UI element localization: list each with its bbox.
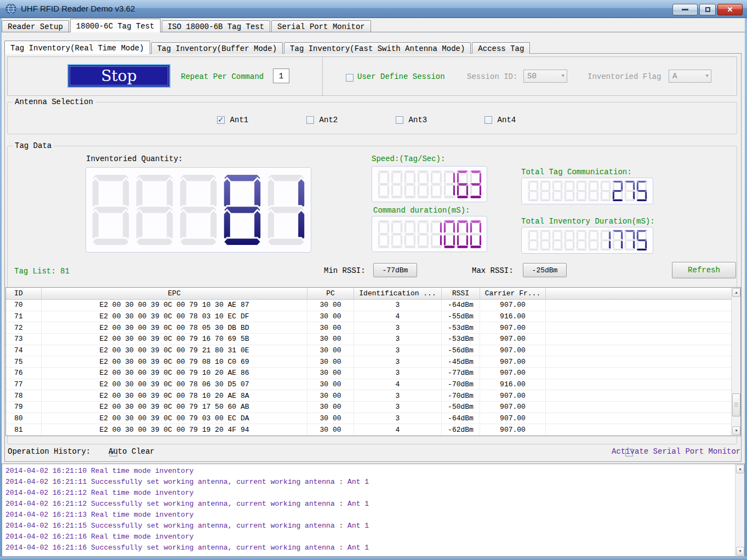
column-header[interactable]: Identification ...: [354, 288, 442, 299]
table-cell: 30 00: [307, 322, 354, 333]
log-line: 2014-04-02 16:21:16 Real time mode inven…: [5, 532, 733, 542]
table-row[interactable]: 71E2 00 30 00 39 0C 00 78 03 10 EC DF30 …: [6, 311, 740, 323]
table-cell: 30 00: [307, 424, 354, 435]
subtab-real-time-mode[interactable]: Tag Inventory(Real Time Mode): [4, 41, 150, 54]
column-header[interactable]: Carrier Fr...: [480, 288, 546, 299]
table-cell: E2 00 30 00 39 0C 00 78 03 10 EC DF: [42, 311, 307, 322]
table-cell: 30 00: [307, 402, 354, 413]
table-row[interactable]: 70E2 00 30 00 39 0C 00 79 10 30 AE 8730 …: [6, 300, 740, 311]
tab-iso-18000-6b-tag-test[interactable]: ISO 18000-6B Tag Test: [162, 20, 270, 32]
log-scroll-up-arrow[interactable]: ▲: [736, 465, 744, 473]
scrollbar-thumb[interactable]: [732, 393, 740, 416]
antenna-selection-group: Antenna Selection Ant1 Ant2 Ant3 Ant4: [7, 102, 737, 134]
table-cell: 76: [6, 368, 42, 379]
table-row[interactable]: 77E2 00 30 00 39 0C 00 78 06 30 D5 0730 …: [6, 379, 740, 391]
table-cell-filler: [546, 345, 740, 356]
table-cell: -64dBm: [442, 300, 480, 311]
subtab-fast-switch-antenna-mode[interactable]: Tag Inventory(Fast Swith Antenna Mode): [284, 42, 471, 54]
tab-reader-setup[interactable]: Reader Setup: [2, 20, 69, 32]
table-row[interactable]: 75E2 00 30 00 39 0C 00 79 08 10 C0 6930 …: [6, 356, 740, 368]
operation-history-log[interactable]: 2014-04-02 16:21:10 Real time mode inven…: [2, 464, 745, 557]
operation-history-label: Operation History:: [8, 447, 90, 456]
table-row[interactable]: 73E2 00 30 00 39 0C 00 79 16 70 69 5B30 …: [6, 334, 740, 345]
scroll-down-arrow[interactable]: ▼: [732, 426, 740, 435]
table-scrollbar[interactable]: ▲ ▼: [731, 288, 740, 436]
repeat-per-command-input[interactable]: [273, 68, 289, 83]
table-cell: 907.00: [480, 345, 546, 356]
tag-list-label: Tag List: 81: [14, 267, 70, 276]
table-cell: 907.00: [480, 413, 546, 424]
session-id-select[interactable]: S0 ▼: [523, 70, 567, 83]
table-row[interactable]: 76E2 00 30 00 39 0C 00 79 10 20 AE 8630 …: [6, 368, 740, 379]
table-cell: E2 00 30 00 39 0C 00 79 10 30 AE 87: [42, 300, 307, 311]
auto-clear-label: Auto Clear: [109, 447, 155, 456]
table-row[interactable]: 72E2 00 30 00 39 0C 00 78 05 30 DB BD30 …: [6, 322, 740, 334]
user-define-session-checkbox[interactable]: [346, 74, 353, 82]
inventoried-flag-select[interactable]: A ▼: [669, 70, 711, 83]
min-rssi-button[interactable]: -77dBm: [373, 263, 417, 277]
table-cell: E2 00 30 00 39 0C 00 79 16 70 69 5B: [42, 334, 307, 345]
subtab-buffer-mode[interactable]: Tag Inventory(Buffer Mode): [151, 42, 283, 54]
tab-serial-port-monitor[interactable]: Serial Port Monitor: [271, 20, 371, 32]
minimize-button[interactable]: [672, 4, 698, 15]
log-scroll-down-arrow[interactable]: ▼: [736, 547, 744, 556]
window-border-bottom: [0, 557, 747, 560]
table-row[interactable]: 74E2 00 30 00 39 0C 00 79 21 80 31 0E30 …: [6, 345, 740, 357]
ant2-checkbox[interactable]: [306, 116, 314, 124]
window-title: UHF RFID Reader Demo v3.62: [21, 4, 135, 13]
session-id-value: S0: [527, 72, 537, 81]
log-line: 2014-04-02 16:21:13 Real time mode inven…: [5, 510, 733, 521]
table-cell: 907.00: [480, 402, 546, 413]
table-cell: 30 00: [307, 356, 354, 367]
ant3-label: Ant3: [409, 116, 427, 124]
table-row[interactable]: 80E2 00 30 00 39 0C 00 79 03 00 EC DA30 …: [6, 413, 740, 425]
tab-18000-6c-tag-test[interactable]: 18000-6C Tag Test: [70, 19, 161, 32]
table-row[interactable]: 79E2 00 30 00 39 0C 00 79 17 50 60 AB30 …: [6, 402, 740, 413]
refresh-button[interactable]: Refresh: [672, 262, 736, 278]
table-body: 70E2 00 30 00 39 0C 00 79 10 30 AE 8730 …: [6, 300, 740, 436]
log-lines: 2014-04-02 16:21:10 Real time mode inven…: [5, 466, 733, 555]
command-duration-display: [372, 216, 487, 252]
subtab-access-tag[interactable]: Access Tag: [472, 42, 530, 54]
table-cell: 3: [354, 402, 442, 413]
stop-button[interactable]: Stop: [67, 64, 170, 88]
app-window: UHF RFID Reader Demo v3.62 ✕ Reader Setu…: [0, 0, 747, 560]
table-cell: 3: [354, 390, 442, 401]
column-header[interactable]: ID: [6, 288, 42, 299]
table-cell: 73: [6, 334, 42, 345]
table-cell: 3: [354, 368, 442, 379]
repeat-per-command-label: Repeat Per Command: [181, 72, 264, 81]
ant1-checkbox[interactable]: [217, 116, 225, 124]
scroll-up-arrow[interactable]: ▲: [732, 288, 740, 297]
table-cell: 30 00: [307, 334, 354, 345]
column-header[interactable]: RSSI: [442, 288, 480, 299]
table-row[interactable]: 81E2 00 30 00 39 0C 00 79 19 20 4F 9430 …: [6, 424, 740, 436]
main-tab-bar: Reader Setup 18000-6C Tag Test ISO 18000…: [2, 19, 372, 32]
session-id-label: Session ID:: [467, 72, 517, 81]
table-row[interactable]: 78E2 00 30 00 39 0C 00 78 10 20 AE 8A30 …: [6, 390, 740, 402]
table-cell: 79: [6, 402, 42, 413]
log-scrollbar[interactable]: ▲ ▼: [735, 464, 744, 556]
table-cell-filler: [546, 322, 740, 333]
column-header[interactable]: PC: [307, 288, 354, 299]
table-cell-filler: [546, 402, 740, 413]
ant2-label: Ant2: [320, 116, 338, 124]
inventoried-flag-value: A: [672, 72, 677, 81]
table-cell: -45dBm: [442, 356, 480, 367]
table-cell: 74: [6, 345, 42, 356]
table-cell: 30 00: [307, 311, 354, 322]
log-line: 2014-04-02 16:21:11 Successfully set wor…: [5, 477, 733, 488]
close-button[interactable]: ✕: [717, 4, 743, 15]
app-globe-icon: [5, 3, 16, 14]
maximize-button[interactable]: [699, 4, 716, 15]
max-rssi-button[interactable]: -25dBm: [523, 263, 567, 277]
table-cell: 72: [6, 322, 42, 333]
column-header[interactable]: EPC: [42, 288, 307, 299]
column-header-filler: [546, 288, 740, 299]
antenna-selection-title: Antenna Selection: [13, 98, 95, 106]
table-cell: 30 00: [307, 390, 354, 401]
ant4-checkbox[interactable]: [484, 116, 492, 124]
table-cell: -50dBm: [442, 402, 480, 413]
ant3-checkbox[interactable]: [396, 116, 403, 124]
command-duration-label: Command duration(mS):: [373, 206, 470, 215]
